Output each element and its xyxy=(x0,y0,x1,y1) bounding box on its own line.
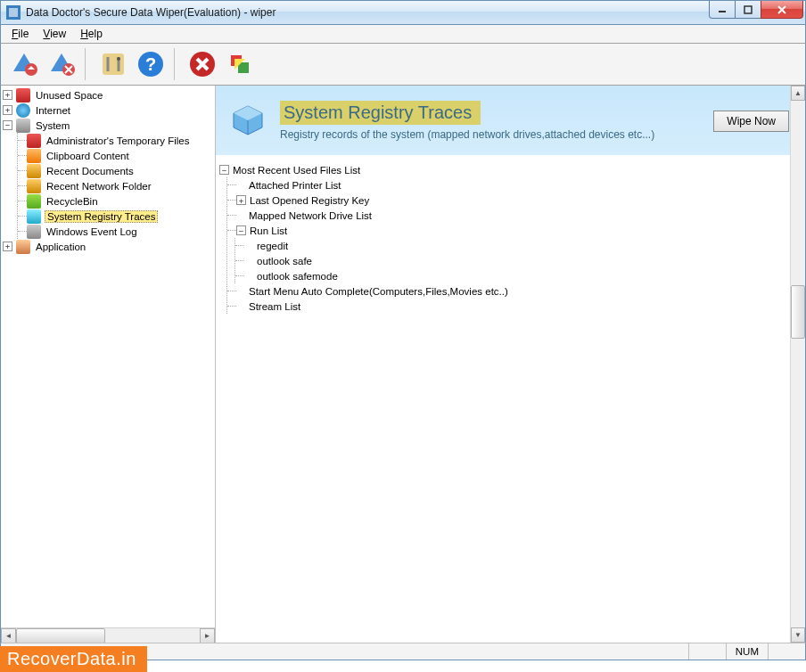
scroll-down-button[interactable]: ▼ xyxy=(791,627,805,643)
dt-outlook-safemode[interactable]: outlook safemode xyxy=(235,268,802,283)
tree-item-admin-temp[interactable]: Administrator's Temporary Files xyxy=(18,133,215,148)
tree-item-internet[interactable]: +Internet xyxy=(3,102,215,118)
vertical-scrollbar[interactable]: ▲ ▼ xyxy=(790,86,805,643)
page-subtitle: Registry records of the system (mapped n… xyxy=(280,128,654,141)
recycle-icon xyxy=(27,194,41,209)
folder-icon xyxy=(27,179,41,193)
right-pane: System Registry Traces Registry records … xyxy=(216,86,805,643)
tree-item-clipboard[interactable]: Clipboard Content xyxy=(18,148,215,163)
menubar: File View Help xyxy=(0,25,806,43)
svg-point-15 xyxy=(117,57,120,61)
window-title: Data Doctor's Secure Data Wiper(Evaluati… xyxy=(26,6,276,19)
svg-text:?: ? xyxy=(145,54,156,74)
expand-icon[interactable]: + xyxy=(3,105,12,115)
expand-icon[interactable]: + xyxy=(3,242,12,251)
content-area: +Unused Space +Internet −System Administ… xyxy=(0,86,806,643)
dt-outlook-safe[interactable]: outlook safe xyxy=(235,253,802,268)
status-num: NUM xyxy=(726,643,768,660)
dt-stream[interactable]: Stream List xyxy=(227,299,802,314)
titlebar: Data Doctor's Secure Data Wiper(Evaluati… xyxy=(0,0,806,25)
tree-item-application[interactable]: +Application xyxy=(3,239,215,254)
scroll-thumb[interactable] xyxy=(16,628,105,643)
collapse-icon[interactable]: − xyxy=(219,165,229,175)
menu-file[interactable]: File xyxy=(4,26,36,42)
tree-item-registry-traces[interactable]: System Registry Traces xyxy=(18,209,215,224)
dt-run-list[interactable]: −Run List xyxy=(227,223,802,238)
watermark: RecoverData.in xyxy=(0,646,147,672)
menu-view[interactable]: View xyxy=(36,26,73,42)
toolbar-btn-help[interactable]: ? xyxy=(133,46,169,82)
clipboard-icon xyxy=(27,149,41,163)
toolbar-btn-2[interactable] xyxy=(44,46,79,82)
dt-start-menu[interactable]: Start Menu Auto Complete(Computers,Files… xyxy=(227,283,802,299)
scroll-up-button[interactable]: ▲ xyxy=(791,86,805,101)
toolbar: ? xyxy=(0,43,806,86)
horizontal-scrollbar[interactable]: ◄ ► xyxy=(1,627,215,643)
dt-regedit[interactable]: regedit xyxy=(235,238,802,253)
dt-last-reg[interactable]: +Last Opened Registry Key xyxy=(227,193,802,208)
app-icon xyxy=(6,5,21,20)
toolbar-separator xyxy=(174,48,179,80)
svg-rect-1 xyxy=(9,8,18,17)
toolbar-btn-stop[interactable] xyxy=(185,46,220,82)
detail-tree[interactable]: −Most Recent Used Files List Attached Pr… xyxy=(216,155,805,321)
window-controls xyxy=(710,1,803,19)
tree-item-event-log[interactable]: Windows Event Log xyxy=(18,224,215,239)
globe-icon xyxy=(16,103,30,118)
status-cell xyxy=(688,643,726,660)
scroll-thumb[interactable] xyxy=(791,285,805,339)
log-icon xyxy=(27,225,41,239)
tree-item-system[interactable]: −System xyxy=(3,118,215,133)
tree-item-unused-space[interactable]: +Unused Space xyxy=(3,87,215,102)
wipe-now-button[interactable]: Wipe Now xyxy=(713,111,789,132)
system-icon xyxy=(16,119,30,133)
tree-item-recent-docs[interactable]: Recent Documents xyxy=(18,163,215,178)
svg-rect-3 xyxy=(744,6,752,13)
dt-root[interactable]: −Most Recent Used Files List xyxy=(219,162,802,177)
expand-icon[interactable]: + xyxy=(3,90,12,100)
toolbar-btn-settings[interactable] xyxy=(95,46,131,82)
toolbar-btn-1[interactable] xyxy=(6,46,42,82)
svg-rect-12 xyxy=(103,53,124,75)
tree-item-recyclebin[interactable]: RecycleBin xyxy=(18,193,215,209)
expand-icon[interactable]: + xyxy=(236,195,246,205)
toolbar-separator xyxy=(85,48,90,80)
content-header: System Registry Traces Registry records … xyxy=(216,86,805,155)
status-cell xyxy=(768,643,805,660)
scroll-left-button[interactable]: ◄ xyxy=(1,628,16,643)
page-title: System Registry Traces xyxy=(280,101,481,125)
tree-item-recent-net[interactable]: Recent Network Folder xyxy=(18,178,215,193)
maximize-button[interactable] xyxy=(735,1,761,19)
collapse-icon[interactable]: − xyxy=(3,120,12,130)
menu-help[interactable]: Help xyxy=(73,26,110,42)
drive-icon xyxy=(16,88,30,102)
close-button[interactable] xyxy=(761,1,803,19)
scroll-right-button[interactable]: ► xyxy=(200,628,215,643)
category-tree[interactable]: +Unused Space +Internet −System Administ… xyxy=(1,86,215,254)
folder-icon xyxy=(27,134,41,148)
registry-cube-icon xyxy=(230,102,266,138)
registry-icon xyxy=(27,209,41,224)
collapse-icon[interactable]: − xyxy=(236,225,246,235)
minimize-button[interactable] xyxy=(709,1,736,19)
toolbar-btn-refresh[interactable] xyxy=(222,46,258,82)
folder-icon xyxy=(27,164,41,178)
dt-mapped-drive[interactable]: Mapped Network Drive List xyxy=(227,208,802,223)
left-tree-pane: +Unused Space +Internet −System Administ… xyxy=(1,86,216,643)
app-icon xyxy=(16,240,30,254)
dt-printer[interactable]: Attached Printer List xyxy=(227,177,802,193)
